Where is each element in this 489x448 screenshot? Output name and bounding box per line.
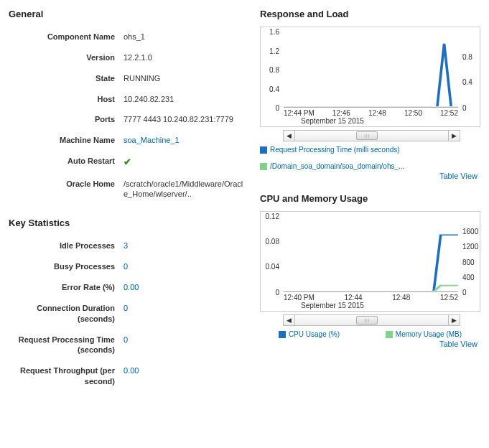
keystats-table: Idle Processes 3 Busy Processes 0 Error … bbox=[9, 235, 246, 392]
row-connection-duration: Connection Duration (seconds) 0 bbox=[9, 298, 246, 330]
series-svg bbox=[284, 216, 458, 291]
row-busy-processes: Busy Processes 0 bbox=[9, 256, 246, 277]
legend-item-memory-usage[interactable]: Memory Usage (MB) bbox=[386, 330, 462, 338]
label-host: Host bbox=[9, 94, 124, 105]
ytick: 1.6 bbox=[269, 28, 279, 36]
value-machine-name[interactable]: soa_Machine_1 bbox=[124, 135, 246, 146]
label-connection-duration: Connection Duration (seconds) bbox=[9, 303, 124, 325]
row-idle-processes: Idle Processes 3 bbox=[9, 235, 246, 256]
legend-item-domain-ohs[interactable]: /Domain_soa_domain/soa_domain/ohs_... bbox=[260, 162, 404, 170]
right-column: Response and Load 1.6 1.2 0.8 0.4 0 0.8 … bbox=[260, 6, 480, 392]
value-version: 12.2.1.0 bbox=[124, 52, 246, 63]
row-version: Version 12.2.1.0 bbox=[9, 47, 246, 68]
label-request-processing-time: Request Processing Time (seconds) bbox=[9, 335, 124, 356]
row-error-rate: Error Rate (%) 0.00 bbox=[9, 277, 246, 298]
value-ports: 7777 4443 10.240.82.231:7779 bbox=[124, 114, 246, 125]
xtick: 12:52 bbox=[440, 109, 458, 117]
xtick: 12:50 bbox=[404, 109, 422, 117]
ytick: 0 bbox=[275, 104, 279, 112]
xtick: 12:48 bbox=[368, 109, 386, 117]
yaxis-left: 0.12 0.08 0.04 0 bbox=[261, 216, 282, 292]
legend-swatch-icon bbox=[260, 163, 267, 170]
label-state: State bbox=[9, 73, 124, 84]
scroll-track[interactable]: ||| bbox=[295, 315, 448, 325]
label-error-rate: Error Rate (%) bbox=[9, 282, 124, 293]
label-ports: Ports bbox=[9, 114, 124, 125]
value-state: RUNNING bbox=[124, 73, 246, 84]
series-svg bbox=[284, 32, 458, 107]
value-auto-restart: ✔ bbox=[124, 156, 246, 169]
legend-swatch-icon bbox=[279, 331, 286, 338]
table-view-link-wrapper: Table View bbox=[260, 172, 478, 180]
chart-response-and-load: Response and Load 1.6 1.2 0.8 0.4 0 0.8 … bbox=[260, 9, 480, 180]
ytick: 0.8 bbox=[269, 66, 279, 74]
value-host: 10.240.82.231 bbox=[124, 94, 246, 105]
value-request-throughput[interactable]: 0.00 bbox=[124, 365, 246, 376]
xtick: 12:48 bbox=[392, 294, 410, 302]
scroll-thumb[interactable]: ||| bbox=[356, 131, 378, 140]
xtick: 12:52 bbox=[440, 294, 458, 302]
chart-response-legend: Request Processing Time (milli seconds) … bbox=[260, 146, 480, 170]
ytick: 1200 bbox=[462, 243, 478, 251]
row-oracle-home: Oracle Home /scratch/oracle1/Middleware/… bbox=[9, 174, 246, 205]
yaxis-right: 1600 1200 800 400 0 bbox=[460, 216, 480, 292]
table-view-link[interactable]: Table View bbox=[439, 340, 478, 348]
row-component-name: Component Name ohs_1 bbox=[9, 27, 246, 47]
chart-cpu-memory: CPU and Memory Usage 0.12 0.08 0.04 0 16… bbox=[260, 193, 480, 348]
ytick: 0.4 bbox=[269, 85, 279, 93]
check-icon: ✔ bbox=[124, 156, 131, 169]
ytick: 0.4 bbox=[462, 78, 472, 85]
scroll-thumb[interactable]: ||| bbox=[356, 316, 378, 325]
chart-cpu-plot[interactable]: 0.12 0.08 0.04 0 1600 1200 800 400 0 bbox=[260, 211, 480, 312]
yaxis-right: 0.8 0.4 0 bbox=[460, 32, 480, 108]
xaxis: 12:40 PM 12:44 12:48 12:52 September 15 … bbox=[284, 294, 458, 311]
legend-swatch-icon bbox=[260, 146, 267, 154]
ytick: 0.12 bbox=[266, 213, 279, 220]
table-view-link[interactable]: Table View bbox=[439, 172, 478, 180]
row-request-processing-time: Request Processing Time (seconds) 0 bbox=[9, 330, 246, 361]
ytick: 0 bbox=[462, 289, 467, 297]
ytick: 0.08 bbox=[266, 237, 279, 245]
scroll-right-icon[interactable]: ▶ bbox=[448, 131, 460, 141]
legend-label: Request Processing Time (milli seconds) bbox=[270, 146, 400, 154]
scroll-left-icon[interactable]: ◀ bbox=[284, 131, 295, 141]
section-general-title: General bbox=[9, 9, 246, 19]
scroll-right-icon[interactable]: ▶ bbox=[448, 315, 460, 325]
legend-item-request-processing[interactable]: Request Processing Time (milli seconds) bbox=[260, 146, 400, 154]
value-connection-duration[interactable]: 0 bbox=[124, 303, 246, 314]
chart-time-scrollbar[interactable]: ◀ ||| ▶ bbox=[283, 314, 460, 326]
value-request-processing-time[interactable]: 0 bbox=[124, 335, 246, 345]
label-busy-processes: Busy Processes bbox=[9, 261, 124, 272]
scroll-left-icon[interactable]: ◀ bbox=[284, 315, 295, 325]
label-idle-processes: Idle Processes bbox=[9, 241, 124, 251]
ytick: 1600 bbox=[462, 228, 478, 235]
xtick: 12:46 bbox=[332, 109, 350, 117]
chart-response-plot[interactable]: 1.6 1.2 0.8 0.4 0 0.8 0.4 0 bbox=[260, 27, 480, 127]
row-request-throughput: Request Throughput (per second) 0.00 bbox=[9, 360, 246, 392]
ytick: 0 bbox=[275, 289, 279, 297]
legend-item-cpu-usage[interactable]: CPU Usage (%) bbox=[279, 330, 340, 338]
plot-area bbox=[284, 32, 458, 108]
chart-time-scrollbar[interactable]: ◀ ||| ▶ bbox=[283, 130, 460, 141]
row-machine-name: Machine Name soa_Machine_1 bbox=[9, 130, 246, 151]
table-view-link-wrapper: Table View bbox=[260, 340, 478, 348]
value-error-rate[interactable]: 0.00 bbox=[124, 282, 246, 293]
chart-cpu-legend: CPU Usage (%) Memory Usage (MB) bbox=[260, 330, 480, 338]
legend-label: CPU Usage (%) bbox=[289, 330, 340, 338]
legend-label: Memory Usage (MB) bbox=[396, 330, 462, 338]
label-component-name: Component Name bbox=[9, 32, 124, 42]
scroll-track[interactable]: ||| bbox=[295, 131, 448, 141]
plot-area bbox=[284, 216, 458, 292]
ytick: 800 bbox=[462, 258, 475, 266]
value-busy-processes[interactable]: 0 bbox=[124, 261, 246, 272]
value-idle-processes[interactable]: 3 bbox=[124, 241, 246, 251]
xtick: 12:40 PM bbox=[284, 294, 315, 302]
ytick: 0.04 bbox=[266, 262, 279, 270]
ytick: 0 bbox=[462, 104, 467, 112]
row-ports: Ports 7777 4443 10.240.82.231:7779 bbox=[9, 109, 246, 130]
value-oracle-home: /scratch/oracle1/Middleware/Oracle_Home/… bbox=[124, 179, 246, 200]
xtick: 12:44 bbox=[345, 294, 363, 302]
ytick: 400 bbox=[462, 273, 475, 281]
series-cpu-usage bbox=[284, 235, 458, 291]
section-keystats-title: Key Statistics bbox=[9, 218, 246, 228]
